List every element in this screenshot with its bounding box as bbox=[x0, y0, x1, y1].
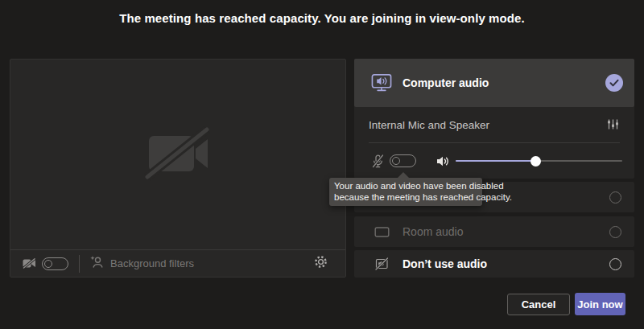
camera-off-large-icon bbox=[138, 124, 217, 187]
room-audio-card[interactable]: Room audio bbox=[354, 216, 634, 247]
disabled-audio-tooltip: Your audio and video have been disabled … bbox=[329, 178, 482, 206]
computer-audio-card: Computer audio Internal Mic and Speaker bbox=[354, 59, 634, 179]
video-stage bbox=[10, 60, 345, 250]
selected-check-icon bbox=[605, 74, 623, 92]
pre-join-screen: The meeting has reached capacity. You ar… bbox=[0, 0, 644, 329]
video-preview: Background filters bbox=[10, 59, 346, 278]
mic-toggle[interactable] bbox=[390, 154, 416, 167]
computer-audio-icon bbox=[371, 73, 392, 93]
device-row: Internal Mic and Speaker bbox=[354, 107, 634, 142]
phone-audio-radio[interactable] bbox=[609, 191, 621, 204]
device-name: Internal Mic and Speaker bbox=[369, 119, 489, 131]
no-audio-radio[interactable] bbox=[609, 258, 621, 270]
mic-volume-row bbox=[354, 143, 634, 179]
room-audio-label: Room audio bbox=[402, 225, 464, 238]
computer-audio-label: Computer audio bbox=[402, 76, 489, 89]
volume-slider[interactable] bbox=[456, 155, 622, 167]
camera-toggle-knob bbox=[44, 260, 52, 268]
volume-slider-thumb[interactable] bbox=[530, 156, 541, 167]
mic-off-icon bbox=[372, 154, 384, 168]
device-settings-button[interactable] bbox=[314, 255, 328, 272]
controls-divider bbox=[79, 255, 80, 273]
room-audio-radio[interactable] bbox=[609, 226, 621, 238]
background-filters-button[interactable]: Background filters bbox=[90, 256, 194, 272]
cancel-button[interactable]: Cancel bbox=[507, 294, 570, 315]
speaker-icon bbox=[436, 155, 449, 167]
room-audio-icon bbox=[371, 226, 392, 238]
join-now-button[interactable]: Join now bbox=[575, 293, 625, 315]
person-sparkle-icon bbox=[90, 256, 104, 272]
mic-toggle-knob bbox=[392, 157, 400, 165]
volume-slider-fill bbox=[456, 160, 535, 162]
audio-options-panel: Computer audio Internal Mic and Speaker bbox=[354, 59, 634, 278]
no-audio-label: Don’t use audio bbox=[402, 257, 487, 270]
tooltip-arrow bbox=[398, 172, 409, 178]
capacity-banner: The meeting has reached capacity. You ar… bbox=[0, 11, 644, 25]
background-filters-label: Background filters bbox=[110, 257, 194, 269]
speaker-off-icon bbox=[371, 257, 392, 270]
camera-off-icon bbox=[23, 258, 36, 269]
equalizer-icon[interactable] bbox=[606, 117, 620, 134]
gear-icon bbox=[314, 255, 328, 272]
video-controls-bar: Background filters bbox=[10, 249, 345, 277]
computer-audio-option[interactable]: Computer audio bbox=[354, 59, 634, 107]
no-audio-card[interactable]: Don’t use audio bbox=[354, 250, 634, 278]
camera-toggle[interactable] bbox=[42, 257, 68, 270]
tooltip-line-2: because the meeting has reached capacity… bbox=[334, 191, 477, 203]
tooltip-line-1: Your audio and video have been disabled bbox=[334, 180, 477, 191]
